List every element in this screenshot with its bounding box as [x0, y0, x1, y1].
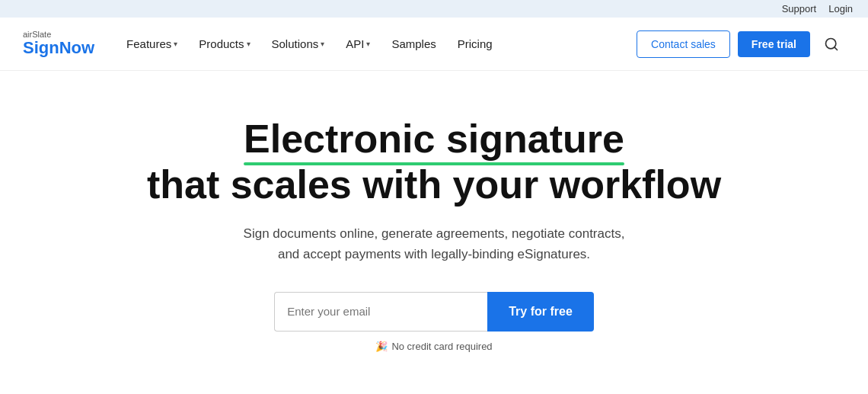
nav-actions: Contact sales Free trial — [637, 30, 845, 58]
no-credit-card-note: 🎉 No credit card required — [375, 341, 492, 352]
api-label: API — [346, 37, 364, 50]
nav-links: Features ▾ Products ▾ Solutions ▾ API ▾ … — [117, 33, 637, 55]
logo[interactable]: airSlate SignNow — [23, 30, 94, 57]
hero-section: Electronic signature that scales with yo… — [0, 71, 868, 390]
pricing-label: Pricing — [458, 37, 493, 50]
cta-row: Try for free — [274, 292, 594, 332]
search-icon — [824, 37, 839, 52]
nav-item-api[interactable]: API ▾ — [337, 33, 379, 55]
no-cc-label: No credit card required — [391, 341, 492, 352]
nav-item-pricing[interactable]: Pricing — [448, 33, 502, 55]
search-button[interactable] — [818, 30, 845, 58]
contact-sales-button[interactable]: Contact sales — [637, 30, 730, 58]
nav-item-samples[interactable]: Samples — [382, 33, 445, 55]
api-chevron-icon: ▾ — [366, 40, 370, 48]
nav-item-features[interactable]: Features ▾ — [117, 33, 187, 55]
logo-signnow: SignNow — [23, 39, 94, 57]
try-for-free-button[interactable]: Try for free — [487, 292, 594, 332]
support-link[interactable]: Support — [782, 3, 817, 14]
hero-title: Electronic signature that scales with yo… — [147, 117, 721, 208]
hero-title-highlight: Electronic signature — [244, 117, 624, 162]
no-cc-emoji: 🎉 — [375, 341, 388, 352]
hero-subtitle: Sign documents online, generate agreemen… — [232, 223, 636, 264]
features-chevron-icon: ▾ — [174, 40, 177, 48]
login-link[interactable]: Login — [828, 3, 853, 14]
products-chevron-icon: ▾ — [247, 40, 251, 48]
products-label: Products — [199, 37, 244, 50]
features-label: Features — [126, 37, 171, 50]
solutions-chevron-icon: ▾ — [321, 40, 324, 48]
solutions-label: Solutions — [272, 37, 319, 50]
nav-item-products[interactable]: Products ▾ — [190, 33, 259, 55]
nav-item-solutions[interactable]: Solutions ▾ — [263, 33, 334, 55]
top-bar: Support Login — [0, 0, 868, 18]
svg-line-1 — [834, 46, 838, 50]
samples-label: Samples — [391, 37, 436, 50]
hero-title-line2: that scales with your workflow — [147, 162, 721, 207]
email-input[interactable] — [274, 292, 487, 332]
navbar: airSlate SignNow Features ▾ Products ▾ S… — [0, 18, 868, 71]
free-trial-button[interactable]: Free trial — [738, 31, 810, 57]
